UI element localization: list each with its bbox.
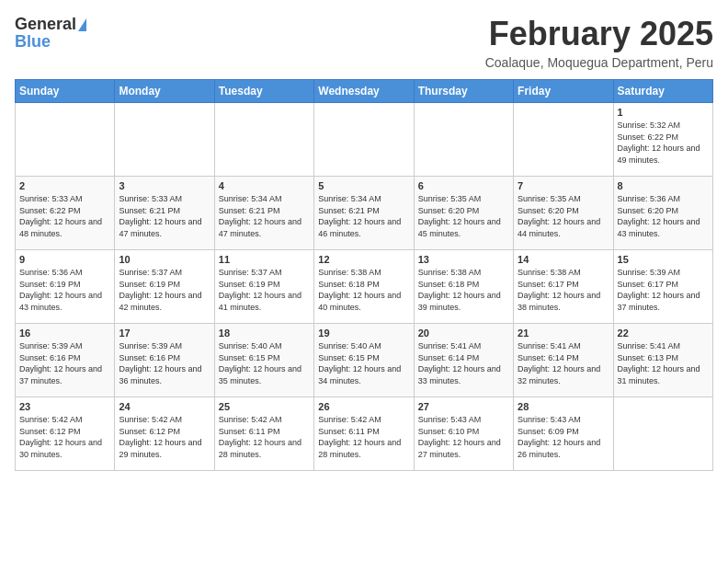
day-number: 28 (518, 401, 609, 412)
week-row-1: 1Sunrise: 5:32 AM Sunset: 6:22 PM Daylig… (16, 103, 713, 177)
calendar-cell (414, 103, 513, 177)
calendar-cell: 25Sunrise: 5:42 AM Sunset: 6:11 PM Dayli… (214, 397, 313, 471)
week-row-3: 9Sunrise: 5:36 AM Sunset: 6:19 PM Daylig… (16, 250, 713, 324)
weekday-header-sunday: Sunday (16, 80, 115, 103)
calendar-cell: 17Sunrise: 5:39 AM Sunset: 6:16 PM Dayli… (115, 324, 214, 397)
day-number: 15 (618, 254, 709, 265)
day-number: 27 (418, 401, 509, 412)
calendar-cell: 7Sunrise: 5:35 AM Sunset: 6:20 PM Daylig… (514, 177, 613, 250)
day-number: 4 (219, 180, 310, 191)
day-info: Sunrise: 5:41 AM Sunset: 6:14 PM Dayligh… (518, 340, 609, 386)
day-number: 24 (119, 401, 210, 412)
day-number: 14 (518, 254, 609, 265)
day-info: Sunrise: 5:34 AM Sunset: 6:21 PM Dayligh… (219, 193, 310, 239)
weekday-header-tuesday: Tuesday (214, 80, 313, 103)
calendar-cell: 13Sunrise: 5:38 AM Sunset: 6:18 PM Dayli… (414, 250, 513, 324)
calendar-cell: 22Sunrise: 5:41 AM Sunset: 6:13 PM Dayli… (613, 324, 712, 397)
day-info: Sunrise: 5:41 AM Sunset: 6:14 PM Dayligh… (418, 340, 509, 386)
logo-triangle-icon (78, 18, 86, 31)
day-number: 18 (219, 327, 310, 339)
day-number: 7 (518, 180, 609, 191)
weekday-header-wednesday: Wednesday (314, 80, 414, 103)
day-number: 5 (318, 180, 409, 191)
day-info: Sunrise: 5:42 AM Sunset: 6:12 PM Dayligh… (119, 414, 210, 460)
calendar-cell: 8Sunrise: 5:36 AM Sunset: 6:20 PM Daylig… (613, 177, 712, 250)
day-info: Sunrise: 5:35 AM Sunset: 6:20 PM Dayligh… (518, 193, 609, 239)
calendar-cell: 23Sunrise: 5:42 AM Sunset: 6:12 PM Dayli… (16, 397, 115, 471)
weekday-header-row: SundayMondayTuesdayWednesdayThursdayFrid… (16, 80, 713, 103)
calendar-cell: 21Sunrise: 5:41 AM Sunset: 6:14 PM Dayli… (514, 324, 613, 397)
day-number: 12 (318, 254, 409, 265)
calendar-cell: 26Sunrise: 5:42 AM Sunset: 6:11 PM Dayli… (314, 397, 414, 471)
calendar-cell: 19Sunrise: 5:40 AM Sunset: 6:15 PM Dayli… (314, 324, 414, 397)
day-info: Sunrise: 5:39 AM Sunset: 6:17 PM Dayligh… (618, 267, 709, 313)
day-number: 26 (318, 401, 409, 412)
day-number: 2 (19, 180, 110, 191)
header: General Blue February 2025 Coalaque, Moq… (15, 15, 713, 70)
calendar-cell: 9Sunrise: 5:36 AM Sunset: 6:19 PM Daylig… (16, 250, 115, 324)
day-info: Sunrise: 5:37 AM Sunset: 6:19 PM Dayligh… (119, 267, 210, 313)
weekday-header-saturday: Saturday (613, 80, 712, 103)
logo: General Blue (15, 15, 86, 52)
day-info: Sunrise: 5:33 AM Sunset: 6:22 PM Dayligh… (19, 193, 110, 239)
logo-general: General (15, 15, 76, 34)
day-info: Sunrise: 5:42 AM Sunset: 6:12 PM Dayligh… (19, 414, 110, 460)
calendar-cell: 1Sunrise: 5:32 AM Sunset: 6:22 PM Daylig… (613, 103, 712, 177)
day-info: Sunrise: 5:37 AM Sunset: 6:19 PM Dayligh… (219, 267, 310, 313)
day-number: 8 (618, 180, 709, 191)
logo-blue: Blue (15, 32, 51, 52)
day-info: Sunrise: 5:32 AM Sunset: 6:22 PM Dayligh… (618, 120, 709, 166)
calendar-cell: 16Sunrise: 5:39 AM Sunset: 6:16 PM Dayli… (16, 324, 115, 397)
calendar-cell: 10Sunrise: 5:37 AM Sunset: 6:19 PM Dayli… (115, 250, 214, 324)
calendar-title: February 2025 (485, 15, 713, 53)
calendar-cell (613, 397, 712, 471)
calendar-cell: 5Sunrise: 5:34 AM Sunset: 6:21 PM Daylig… (314, 177, 414, 250)
day-number: 22 (618, 327, 709, 339)
day-number: 13 (418, 254, 509, 265)
title-area: February 2025 Coalaque, Moquegua Departm… (485, 15, 713, 70)
weekday-header-monday: Monday (115, 80, 214, 103)
week-row-5: 23Sunrise: 5:42 AM Sunset: 6:12 PM Dayli… (16, 397, 713, 471)
day-number: 21 (518, 327, 609, 339)
day-number: 19 (318, 327, 409, 339)
calendar-table: SundayMondayTuesdayWednesdayThursdayFrid… (15, 79, 713, 471)
calendar-cell: 14Sunrise: 5:38 AM Sunset: 6:17 PM Dayli… (514, 250, 613, 324)
day-info: Sunrise: 5:36 AM Sunset: 6:19 PM Dayligh… (19, 267, 110, 313)
day-number: 10 (119, 254, 210, 265)
calendar-cell (314, 103, 414, 177)
day-info: Sunrise: 5:38 AM Sunset: 6:18 PM Dayligh… (318, 267, 409, 313)
weekday-header-thursday: Thursday (414, 80, 513, 103)
day-info: Sunrise: 5:33 AM Sunset: 6:21 PM Dayligh… (119, 193, 210, 239)
calendar-subtitle: Coalaque, Moquegua Department, Peru (485, 55, 713, 70)
day-number: 17 (119, 327, 210, 339)
day-info: Sunrise: 5:36 AM Sunset: 6:20 PM Dayligh… (618, 193, 709, 239)
day-info: Sunrise: 5:39 AM Sunset: 6:16 PM Dayligh… (19, 340, 110, 386)
day-number: 1 (618, 107, 709, 118)
calendar-cell: 20Sunrise: 5:41 AM Sunset: 6:14 PM Dayli… (414, 324, 513, 397)
calendar-cell (115, 103, 214, 177)
calendar-cell: 27Sunrise: 5:43 AM Sunset: 6:10 PM Dayli… (414, 397, 513, 471)
calendar-cell: 11Sunrise: 5:37 AM Sunset: 6:19 PM Dayli… (214, 250, 313, 324)
day-number: 25 (219, 401, 310, 412)
day-info: Sunrise: 5:42 AM Sunset: 6:11 PM Dayligh… (219, 414, 310, 460)
day-number: 16 (19, 327, 110, 339)
calendar-cell: 2Sunrise: 5:33 AM Sunset: 6:22 PM Daylig… (16, 177, 115, 250)
day-info: Sunrise: 5:35 AM Sunset: 6:20 PM Dayligh… (418, 193, 509, 239)
calendar-cell (214, 103, 313, 177)
week-row-4: 16Sunrise: 5:39 AM Sunset: 6:16 PM Dayli… (16, 324, 713, 397)
weekday-header-friday: Friday (514, 80, 613, 103)
day-info: Sunrise: 5:39 AM Sunset: 6:16 PM Dayligh… (119, 340, 210, 386)
day-info: Sunrise: 5:43 AM Sunset: 6:10 PM Dayligh… (418, 414, 509, 460)
calendar-cell: 4Sunrise: 5:34 AM Sunset: 6:21 PM Daylig… (214, 177, 313, 250)
day-number: 3 (119, 180, 210, 191)
calendar-cell: 18Sunrise: 5:40 AM Sunset: 6:15 PM Dayli… (214, 324, 313, 397)
calendar-cell: 6Sunrise: 5:35 AM Sunset: 6:20 PM Daylig… (414, 177, 513, 250)
day-info: Sunrise: 5:40 AM Sunset: 6:15 PM Dayligh… (318, 340, 409, 386)
calendar-cell (514, 103, 613, 177)
day-info: Sunrise: 5:43 AM Sunset: 6:09 PM Dayligh… (518, 414, 609, 460)
calendar-cell (16, 103, 115, 177)
day-info: Sunrise: 5:38 AM Sunset: 6:18 PM Dayligh… (418, 267, 509, 313)
calendar-cell: 24Sunrise: 5:42 AM Sunset: 6:12 PM Dayli… (115, 397, 214, 471)
week-row-2: 2Sunrise: 5:33 AM Sunset: 6:22 PM Daylig… (16, 177, 713, 250)
day-info: Sunrise: 5:41 AM Sunset: 6:13 PM Dayligh… (618, 340, 709, 386)
